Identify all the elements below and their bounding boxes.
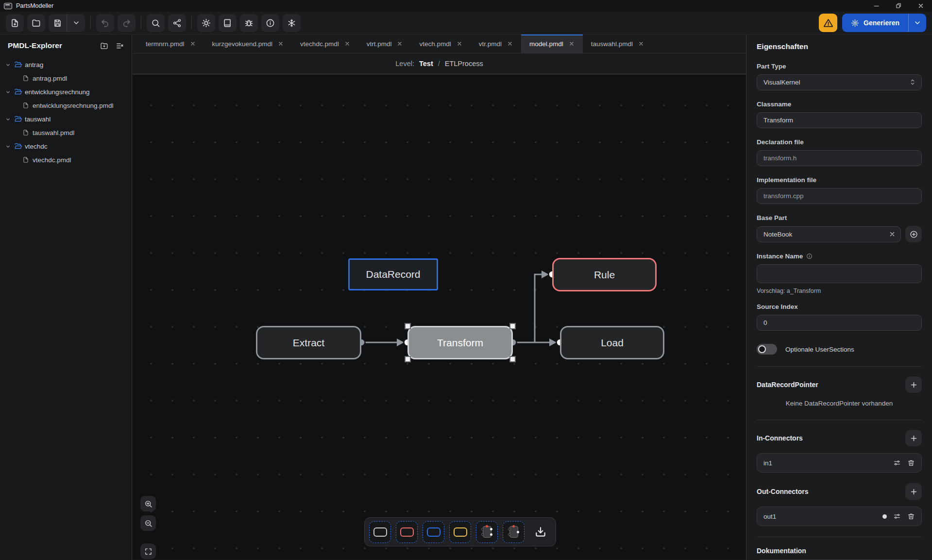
classname-input[interactable] — [757, 112, 922, 128]
tab-model-active[interactable]: model.pmdl — [521, 34, 583, 53]
debug-button[interactable] — [240, 14, 258, 32]
warnings-button[interactable] — [819, 14, 837, 32]
selection-handle-ne[interactable] — [509, 323, 516, 329]
node-datarecord[interactable]: DataRecord — [348, 258, 438, 290]
base-part-input[interactable] — [757, 226, 901, 242]
node-extract[interactable]: Extract — [256, 326, 361, 359]
tab-close-icon[interactable] — [457, 41, 462, 47]
chevron-down-icon[interactable] — [5, 62, 11, 68]
new-folder-icon[interactable] — [100, 42, 108, 50]
node-rule[interactable]: Rule — [552, 258, 657, 291]
palette-import-button[interactable] — [529, 521, 551, 543]
add-base-part-button[interactable] — [905, 226, 922, 242]
search-button[interactable] — [147, 14, 165, 32]
tab-close-icon[interactable] — [344, 41, 350, 47]
selection-handle-sw[interactable] — [405, 356, 411, 362]
node-load[interactable]: Load — [560, 326, 664, 359]
connector-settings-icon[interactable] — [893, 512, 901, 520]
tab-vtrt[interactable]: vtrt.pmdl — [358, 34, 411, 53]
tab-vtr[interactable]: vtr.pmdl — [471, 34, 521, 53]
instance-name-input[interactable] — [757, 264, 922, 283]
palette-rect-blue[interactable] — [423, 521, 444, 543]
breadcrumb-level-value[interactable]: Test — [419, 60, 433, 68]
mini-node-icon — [483, 526, 491, 538]
new-file-button[interactable] — [6, 14, 24, 32]
graph-view-button[interactable] — [168, 14, 186, 32]
tree-folder-tauswahl[interactable]: tauswahl — [0, 112, 132, 126]
node-transform-selected[interactable]: Transform — [407, 326, 513, 359]
save-button[interactable] — [49, 14, 67, 32]
info-button[interactable] — [261, 14, 279, 32]
arrowhead-icon — [549, 339, 557, 346]
tab-tauswahl[interactable]: tauswahl.pmdl — [583, 34, 652, 53]
redo-button[interactable] — [118, 14, 136, 32]
tab-close-icon[interactable] — [638, 41, 644, 47]
tab-vtechdc[interactable]: vtechdc.pmdl — [292, 34, 358, 53]
gear-icon — [851, 19, 859, 27]
restore-button[interactable] — [887, 0, 910, 12]
palette-node-template-2[interactable] — [503, 521, 525, 543]
save-menu-chevron[interactable] — [67, 14, 85, 32]
collapse-all-icon[interactable] — [116, 42, 124, 50]
generate-menu-chevron[interactable] — [909, 14, 926, 32]
tab-close-icon[interactable] — [507, 41, 513, 47]
selection-handle-se[interactable] — [509, 356, 516, 362]
tree-folder-entwicklungsrechnung[interactable]: entwicklungsrechnung — [0, 85, 132, 99]
info-icon[interactable] — [806, 253, 813, 259]
breadcrumb-process[interactable]: ETLProcess — [445, 60, 483, 68]
close-button[interactable] — [910, 0, 932, 12]
tab-kurzgevokuend[interactable]: kurzgevokuend.pmdl — [204, 34, 292, 53]
chevron-down-icon[interactable] — [5, 116, 11, 122]
add-datarecordpointer-button[interactable] — [905, 376, 922, 393]
tree-file-tauswahl[interactable]: tauswahl.pmdl — [0, 126, 132, 139]
tree-file-antrag[interactable]: antrag.pmdl — [0, 71, 132, 85]
implementation-file-input[interactable] — [757, 188, 922, 204]
trash-icon[interactable] — [907, 512, 915, 520]
connector-settings-icon[interactable] — [893, 459, 901, 467]
properties-panel: Eigenschaften Part Type Classname Declar… — [746, 34, 932, 560]
tree-folder-vtechdc[interactable]: vtechdc — [0, 139, 132, 153]
tree-folder-antrag[interactable]: antrag — [0, 58, 132, 71]
tab-vtech[interactable]: vtech.pmdl — [411, 34, 470, 53]
diagram-canvas[interactable]: DataRecord Rule Extract Transform Load — [133, 74, 746, 560]
add-in-connector-button[interactable] — [905, 430, 922, 446]
palette-node-template-1[interactable] — [476, 521, 498, 543]
tab-close-icon[interactable] — [278, 41, 284, 47]
clear-base-part-icon[interactable] — [889, 231, 896, 238]
tab-close-icon[interactable] — [569, 41, 575, 47]
zoom-out-button[interactable] — [140, 515, 156, 531]
fit-view-button[interactable] — [140, 543, 156, 559]
tree-file-vtechdc[interactable]: vtechdc.pmdl — [0, 153, 132, 167]
tab-termnrn[interactable]: termnrn.pmdl — [137, 34, 204, 53]
tree-item-label: vtechdc — [25, 143, 48, 150]
in-connector-row[interactable]: in1 — [757, 453, 922, 473]
minimize-button[interactable] — [865, 0, 887, 12]
theme-toggle-button[interactable] — [197, 14, 215, 32]
tree-item-label: vtechdc.pmdl — [33, 156, 71, 164]
palette-rect-yellow[interactable] — [449, 521, 471, 543]
trash-icon[interactable] — [907, 459, 915, 467]
editor-area: termnrn.pmdl kurzgevokuend.pmdl vtechdc.… — [133, 34, 746, 560]
breadcrumb-separator: / — [438, 60, 440, 68]
open-folder-button[interactable] — [27, 14, 45, 32]
docs-button[interactable] — [219, 14, 237, 32]
sidebar-title: PMDL-Explorer — [8, 41, 62, 50]
tree-file-entwicklungsrechnung[interactable]: entwicklungsrechnung.pmdl — [0, 99, 132, 112]
source-index-input[interactable] — [757, 315, 922, 331]
tab-close-icon[interactable] — [190, 41, 196, 47]
palette-rect-red[interactable] — [396, 521, 418, 543]
tab-close-icon[interactable] — [397, 41, 403, 47]
part-type-select[interactable] — [757, 74, 922, 90]
palette-rect-gray[interactable] — [369, 521, 391, 543]
chevron-down-icon[interactable] — [5, 89, 11, 95]
add-out-connector-button[interactable] — [905, 483, 922, 500]
selection-handle-nw[interactable] — [405, 323, 411, 329]
zoom-in-button[interactable] — [140, 496, 156, 511]
generate-button[interactable]: Generieren — [842, 14, 908, 32]
usersections-toggle[interactable] — [757, 344, 777, 355]
chevron-down-icon[interactable] — [5, 143, 11, 150]
out-connector-row[interactable]: out1 — [757, 507, 922, 526]
snowflake-button[interactable] — [283, 14, 301, 32]
undo-button[interactable] — [96, 14, 114, 32]
declaration-file-input[interactable] — [757, 150, 922, 166]
